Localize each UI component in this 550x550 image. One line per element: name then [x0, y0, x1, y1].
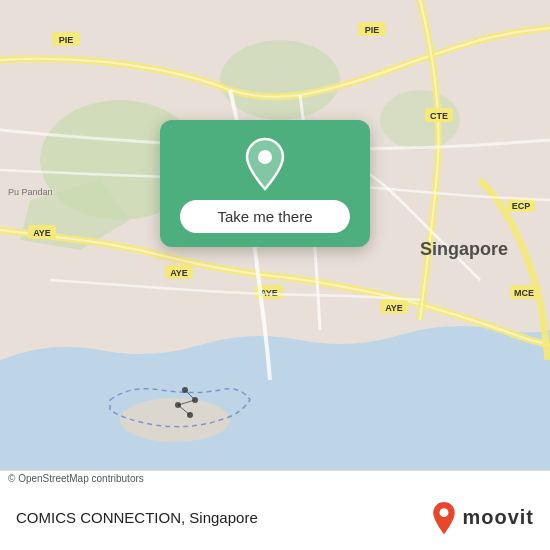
svg-point-32 [258, 150, 272, 164]
take-me-there-button[interactable]: Take me there [180, 200, 350, 233]
location-pin-icon [239, 138, 291, 190]
svg-text:AYE: AYE [33, 228, 51, 238]
map-attribution: © OpenStreetMap contributors [0, 471, 550, 486]
svg-point-2 [220, 40, 340, 120]
singapore-label: Singapore [420, 239, 508, 259]
bottom-bar: © OpenStreetMap contributors COMICS CONN… [0, 470, 550, 550]
svg-text:PIE: PIE [59, 35, 74, 45]
svg-text:PIE: PIE [365, 25, 380, 35]
svg-point-5 [120, 398, 230, 442]
svg-text:AYE: AYE [170, 268, 188, 278]
svg-text:Pu Pandan: Pu Pandan [8, 187, 53, 197]
map-container: PIE PIE AYE AYE AYE AYE CTE ECP MCE [0, 0, 550, 470]
moovit-pin-icon [430, 501, 458, 535]
svg-point-33 [440, 508, 449, 517]
popup-card[interactable]: Take me there [160, 120, 370, 247]
svg-text:AYE: AYE [385, 303, 403, 313]
place-name: COMICS CONNECTION, Singapore [16, 509, 430, 526]
svg-text:CTE: CTE [430, 111, 448, 121]
moovit-logo: moovit [430, 501, 534, 535]
svg-point-31 [187, 412, 193, 418]
svg-text:ECP: ECP [512, 201, 531, 211]
moovit-text: moovit [462, 506, 534, 529]
svg-text:MCE: MCE [514, 288, 534, 298]
